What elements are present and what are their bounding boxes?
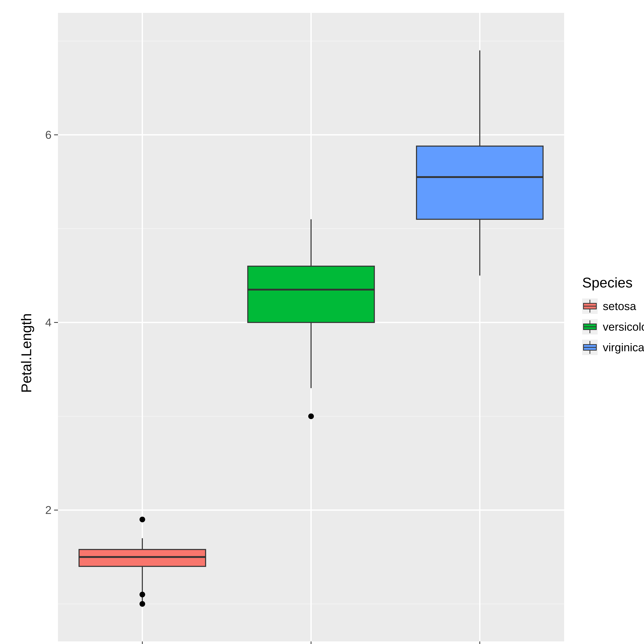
outlier-point xyxy=(308,413,314,419)
box-rect xyxy=(248,266,374,323)
outlier-point xyxy=(139,592,145,597)
box-rect xyxy=(79,549,206,566)
outlier-point xyxy=(139,517,145,522)
plot-panel: 246setosaversicolorvirginica xyxy=(0,0,644,644)
y-tick-label: 4 xyxy=(45,316,52,329)
y-tick-label: 2 xyxy=(45,504,52,516)
y-tick-label: 6 xyxy=(45,128,52,141)
outlier-point xyxy=(139,601,145,607)
boxplot-chart: Petal.Length Species Species setosa xyxy=(0,0,644,644)
box-rect xyxy=(417,146,543,219)
